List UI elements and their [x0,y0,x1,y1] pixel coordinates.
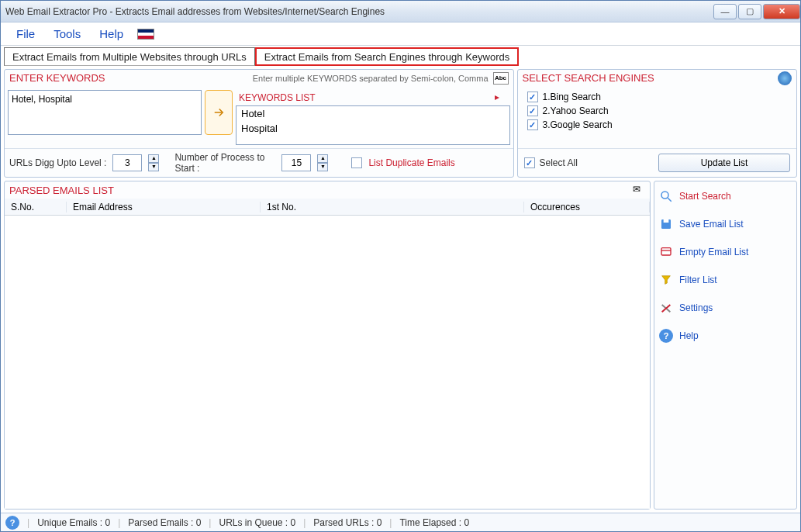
filter-icon [659,273,673,287]
app-window: Web Email Extractor Pro - Extracts Email… [0,0,801,532]
action-label: Start Search [679,191,731,202]
engine-item-bing[interactable]: 1.Bing Search [524,90,790,104]
keywords-body: KEYWORDS LIST ▸ Hotel Hospital [5,87,513,148]
select-all-checkbox[interactable] [524,157,535,168]
engine-checkbox[interactable] [527,92,538,102]
digg-label: URLs Digg Upto Level : [9,157,106,168]
statusbar: ? | Unique Emails : 0| Parsed Emails : 0… [1,513,800,531]
engine-label: 1.Bing Search [543,92,601,102]
save-icon [659,217,673,231]
engine-checkbox[interactable] [527,119,538,130]
engine-item-google[interactable]: 3.Google Search [524,118,790,132]
select-all-label: Select All [540,157,578,168]
svg-point-0 [661,192,668,199]
update-list-button[interactable]: Update List [658,154,790,172]
add-keyword-button[interactable] [205,90,233,135]
col-sno[interactable]: S.No. [5,202,67,212]
titlebar: Web Email Extractor Pro - Extracts Email… [1,1,800,22]
list-item[interactable]: Hospital [237,121,509,136]
arrow-right-icon [212,105,226,119]
parsed-title: PARSED EMAILS LIST [9,185,633,196]
menu-help[interactable]: Help [90,24,133,43]
keywords-list-wrap: KEYWORDS LIST ▸ Hotel Hospital [236,90,510,145]
engine-label: 3.Google Search [543,119,613,130]
help-button[interactable]: ? Help [659,329,792,343]
process-label: Number of Process to Start : [174,152,275,174]
keywords-footer: URLs Digg Upto Level : ▲▼ Number of Proc… [5,148,513,177]
action-label: Settings [679,302,713,313]
engine-checkbox[interactable] [527,105,538,116]
col-first[interactable]: 1st No. [261,202,524,212]
action-label: Save Email List [679,219,744,230]
tab-urls[interactable]: Extract Emails from Multiple Websites th… [4,47,255,66]
tab-keywords[interactable]: Extract Emails from Search Engines throu… [255,47,519,66]
keywords-input[interactable] [8,90,202,135]
engines-panel: SELECT SEARCH ENGINES 1.Bing Search 2.Ya… [517,69,797,178]
engines-footer: Select All Update List [518,148,796,177]
status-time: Time Elapsed : 0 [399,517,469,528]
col-email[interactable]: Email Address [67,202,261,212]
maximize-button[interactable]: ▢ [738,4,761,19]
digg-level-input[interactable] [112,154,142,171]
status-parsed: Parsed Emails : 0 [128,517,201,528]
help-icon: ? [659,329,673,343]
list-item[interactable]: Hotel [237,106,509,121]
menu-file[interactable]: File [7,24,44,43]
globe-icon [778,71,792,85]
settings-icon [659,301,673,315]
engines-title: SELECT SEARCH ENGINES [523,72,778,84]
parsed-emails-panel: PARSED EMAILS LIST ✉ S.No. Email Address… [4,181,651,510]
keywords-list-title: KEYWORDS LIST [239,92,495,103]
close-button[interactable]: ✕ [763,4,800,19]
keywords-list[interactable]: Hotel Hospital [236,105,510,145]
status-help-icon[interactable]: ? [5,516,19,530]
parsed-header: PARSED EMAILS LIST ✉ [5,181,650,199]
keywords-list-title-row: KEYWORDS LIST ▸ [236,90,510,105]
email-icon: ✉ [633,184,645,196]
action-label: Help [679,330,699,341]
window-controls: — ▢ ✕ [712,4,800,19]
svg-rect-4 [661,248,671,255]
filter-list-button[interactable]: Filter List [659,273,792,287]
content-area: ENTER KEYWORDS Enter multiple KEYWORDS s… [1,66,800,513]
svg-rect-3 [664,219,669,223]
minimize-button[interactable]: — [713,4,737,19]
engines-header: SELECT SEARCH ENGINES [518,70,796,87]
status-queue: URLs in Queue : 0 [219,517,295,528]
engine-item-yahoo[interactable]: 2.Yahoo Search [524,104,790,118]
status-parsed-urls: Parsed URLs : 0 [313,517,382,528]
empty-email-list-button[interactable]: Empty Email List [659,245,792,259]
action-label: Empty Email List [679,247,748,257]
side-actions: Start Search Save Email List Empty Email… [654,181,797,510]
parsed-table-body[interactable] [5,216,650,509]
keywords-hint: Enter multiple KEYWORDS separated by Sem… [253,74,489,83]
window-title: Web Email Extractor Pro - Extracts Email… [5,6,712,17]
process-spinner[interactable]: ▲▼ [317,154,328,171]
keywords-title: ENTER KEYWORDS [9,72,253,84]
top-row: ENTER KEYWORDS Enter multiple KEYWORDS s… [4,69,797,178]
duplicate-emails-label: List Duplicate Emails [368,157,454,168]
search-icon [659,189,673,203]
process-count-input[interactable] [281,154,311,171]
save-email-list-button[interactable]: Save Email List [659,217,792,231]
parsed-table-header: S.No. Email Address 1st No. Occurences [5,199,650,216]
action-label: Filter List [679,275,717,285]
list-collapse-icon[interactable]: ▸ [495,92,507,104]
start-search-button[interactable]: Start Search [659,189,792,203]
keywords-panel-header: ENTER KEYWORDS Enter multiple KEYWORDS s… [5,70,513,87]
tab-bar: Extract Emails from Multiple Websites th… [1,46,800,66]
bottom-row: PARSED EMAILS LIST ✉ S.No. Email Address… [4,181,797,510]
spellcheck-icon[interactable]: Abc [493,72,509,85]
duplicate-emails-checkbox[interactable] [351,157,362,168]
menubar: File Tools Help [1,22,800,46]
status-unique: Unique Emails : 0 [37,517,110,528]
col-occur[interactable]: Occurences [524,202,650,212]
settings-button[interactable]: Settings [659,301,792,315]
empty-list-icon [659,245,673,259]
engine-label: 2.Yahoo Search [543,105,609,116]
language-flag-icon[interactable] [137,29,154,40]
digg-spinner[interactable]: ▲▼ [148,154,159,171]
menu-tools[interactable]: Tools [44,24,90,43]
svg-line-1 [668,198,672,202]
keywords-panel: ENTER KEYWORDS Enter multiple KEYWORDS s… [4,69,514,178]
